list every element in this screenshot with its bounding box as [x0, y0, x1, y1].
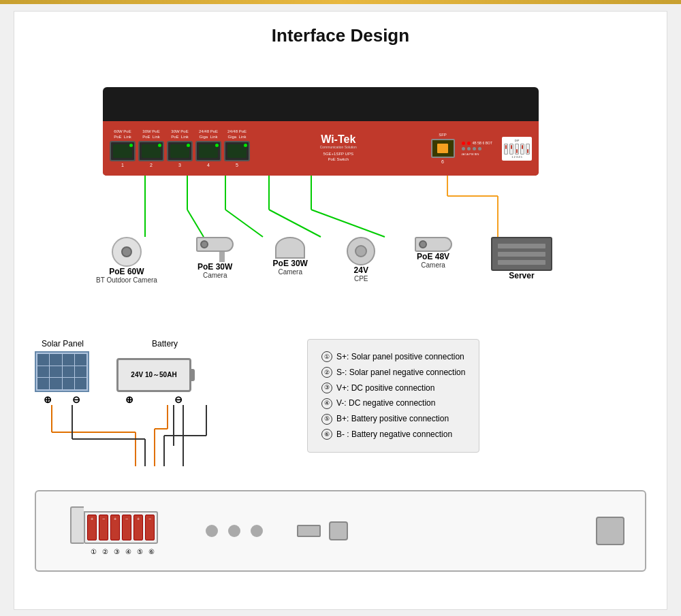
svg-line-5 [225, 210, 263, 237]
device-sub-5: Camera [421, 261, 445, 269]
battery-terminals: ⊕ ⊖ [125, 394, 183, 405]
bottom-section: Solar Panel Battery ⊕ ⊖ [35, 339, 646, 572]
pin-1: + [87, 515, 97, 540]
svg-line-9 [311, 210, 385, 237]
bottom-top-row: Solar Panel Battery ⊕ ⊖ [35, 339, 646, 473]
device-server: Server [491, 237, 552, 280]
device-bullet2: PoE 48V Camera [415, 237, 452, 269]
device-bullet1: PoE 30W Camera [196, 237, 234, 279]
small-square [329, 521, 348, 540]
device-name-5: PoE 48V [417, 252, 449, 261]
solar-panel: ⊕ ⊖ [35, 351, 89, 405]
solar-battery-row: ⊕ ⊖ 24V 10～50AH ⊕ ⊖ [35, 351, 191, 405]
term-num-1: ① [91, 548, 97, 555]
pin-row: + − + − + − [84, 511, 158, 544]
battery-minus: ⊖ [174, 394, 183, 405]
legend-item-6: ⑥ B- : Battery negative connection [321, 427, 465, 442]
device-name-2: PoE 30W [197, 262, 232, 272]
left-panel: Solar Panel Battery ⊕ ⊖ [35, 339, 280, 473]
ptz-icon [112, 237, 142, 267]
svg-line-7 [269, 210, 321, 237]
legend-item-1: ① S+: Solar panel positive connection [321, 349, 465, 365]
small-rect [297, 525, 321, 537]
device-sub-2: Camera [203, 272, 227, 279]
pin-6: − [145, 515, 155, 540]
device-sub-3: Camera [278, 268, 302, 276]
led-dot-3 [251, 525, 263, 537]
legend-item-5: ⑤ B+: Battery positive connection [321, 411, 465, 427]
pin-3: + [110, 515, 120, 540]
wiring-svg [35, 405, 280, 473]
svg-line-3 [187, 210, 204, 237]
legend-item-2: ② S-: Solar panel negative connection [321, 365, 465, 380]
battery-body: 24V 10～50AH [116, 358, 191, 392]
cpe-icon [347, 237, 375, 265]
large-square [596, 517, 624, 545]
wiring-area [35, 405, 280, 473]
solar-terminals: ⊕ ⊖ [44, 394, 80, 405]
terminal-area: + − + − + − ① ② ③ ④ ⑤ ⑥ [70, 506, 158, 555]
labels-row: Solar Panel Battery [35, 339, 178, 348]
battery-spec: 24V 10～50AH [131, 370, 176, 380]
bullet-cam-2 [415, 237, 452, 252]
led-dot-1 [206, 525, 218, 537]
battery-label: Battery [152, 339, 178, 348]
term-num-6: ⑥ [148, 548, 155, 555]
term-num-2: ② [102, 548, 108, 555]
bracket-left [70, 506, 84, 544]
pin-2: − [99, 515, 108, 540]
device-name-1: PoE 60W [109, 267, 144, 276]
device-cpe: 24V CPE [347, 237, 375, 282]
legend-item-3: ③ V+: DC positive connection [321, 380, 465, 396]
term-num-4: ④ [125, 548, 131, 555]
top-diagram: 60W PoEPoE Link 1 30W PoEPoE Link 2 30W … [35, 60, 646, 319]
led-dot-2 [228, 525, 240, 537]
device-dome: PoE 30W Camera [273, 237, 308, 276]
legend-item-4: ④ V-: DC negative connection [321, 395, 465, 411]
solar-label: Solar Panel [42, 339, 84, 348]
dome-cam [275, 237, 305, 259]
page-container: Interface Design 60W PoEPoE Link 1 30W P… [14, 11, 667, 610]
device-name-4: 24V [354, 265, 368, 275]
bottom-device-box: + − + − + − ① ② ③ ④ ⑤ ⑥ [35, 490, 646, 572]
led-dot-row [206, 525, 263, 537]
pin-4: − [122, 515, 131, 540]
legend-box: ① S+: Solar panel positive connection ② … [307, 339, 479, 453]
device-shapes [297, 521, 348, 540]
battery: 24V 10～50AH ⊕ ⊖ [116, 358, 191, 405]
solar-plus: ⊕ [44, 394, 52, 405]
solar-grid [35, 351, 89, 392]
large-square-area [596, 517, 624, 545]
device-name-3: PoE 30W [273, 259, 308, 268]
device-ptz: PoE 60W BT Outdoor Camera [96, 237, 157, 284]
bullet-cam-1 [196, 237, 234, 252]
device-sub-1: BT Outdoor Camera [96, 276, 157, 284]
device-row: PoE 60W BT Outdoor Camera PoE 30W Camera… [96, 237, 552, 284]
server-icon [491, 237, 552, 271]
solar-minus: ⊖ [72, 394, 80, 405]
battery-nub [191, 369, 195, 381]
terminal-block: + − + − + − [70, 506, 158, 544]
term-num-5: ⑤ [137, 548, 143, 555]
terminal-numbers: ① ② ③ ④ ⑤ ⑥ [91, 548, 155, 555]
battery-plus: ⊕ [125, 394, 133, 405]
term-num-3: ③ [114, 548, 120, 555]
page-title: Interface Design [35, 25, 646, 46]
pin-5: + [133, 515, 143, 540]
device-sub-4: CPE [354, 275, 368, 282]
top-bar [0, 0, 681, 4]
device-name-6: Server [509, 271, 534, 280]
